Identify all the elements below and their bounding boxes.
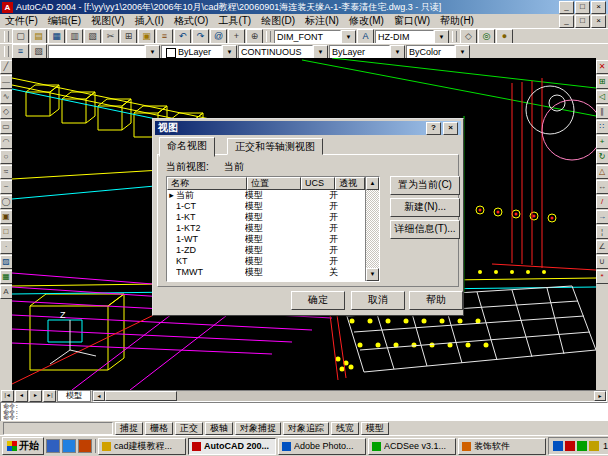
- scale-icon[interactable]: △: [596, 165, 608, 179]
- revision-cloud-icon[interactable]: ≈: [0, 165, 13, 179]
- hyperlink-icon[interactable]: @: [210, 29, 227, 44]
- layer-combo-value[interactable]: [48, 45, 145, 59]
- mtext-icon[interactable]: A: [0, 285, 13, 299]
- toolbar-grip[interactable]: [4, 46, 9, 57]
- view-list-row[interactable]: 1-CT模型开: [167, 201, 365, 212]
- chevron-down-icon[interactable]: ▼: [313, 45, 328, 59]
- move-icon[interactable]: +: [596, 135, 608, 149]
- status-toggle[interactable]: 捕捉: [115, 422, 143, 435]
- hatch-icon[interactable]: ▨: [0, 255, 13, 269]
- layers-icon[interactable]: ≡: [12, 44, 29, 59]
- copy-icon[interactable]: ⊞: [120, 29, 137, 44]
- taskbar-task[interactable]: AutoCAD 200...: [188, 438, 276, 455]
- toolbar-grip[interactable]: [266, 31, 271, 42]
- close-button[interactable]: ×: [591, 1, 606, 14]
- layout-tab-nav-button[interactable]: ►: [29, 390, 42, 402]
- spline-icon[interactable]: ~: [0, 180, 13, 194]
- chevron-down-icon[interactable]: ▼: [434, 30, 449, 44]
- horizontal-scrollbar[interactable]: ◄ ►: [92, 390, 607, 402]
- restore-button[interactable]: □: [575, 1, 590, 14]
- lineweight-combo[interactable]: ByLayer ▼: [329, 45, 405, 59]
- view-list-row[interactable]: 1-ZD模型开: [167, 245, 365, 256]
- tab-named-views[interactable]: 命名视图: [159, 137, 215, 157]
- construction-line-icon[interactable]: —: [0, 75, 13, 89]
- status-toggle[interactable]: 对象追踪: [283, 422, 329, 435]
- linetype-combo[interactable]: CONTINUOUS ▼: [238, 45, 328, 59]
- status-toggle[interactable]: 模型: [361, 422, 389, 435]
- view-list-row[interactable]: 1-KT模型开: [167, 212, 365, 223]
- scroll-right-icon[interactable]: ►: [594, 391, 606, 401]
- point-icon[interactable]: ·: [0, 240, 13, 254]
- dialog-help-icon[interactable]: ?: [426, 122, 441, 135]
- plotstyle-combo-value[interactable]: ByColor: [406, 45, 455, 59]
- cancel-button[interactable]: 取消: [351, 291, 405, 310]
- layout-tab-nav-button[interactable]: ►|: [43, 390, 56, 402]
- taskbar-task[interactable]: ACDSee v3.1...: [368, 438, 456, 455]
- paste-icon[interactable]: ▣: [138, 29, 155, 44]
- scrollbar-thumb[interactable]: [105, 391, 177, 401]
- start-button[interactable]: 开始: [2, 437, 44, 455]
- make-block-icon[interactable]: □: [0, 225, 13, 239]
- circle-icon[interactable]: ○: [0, 150, 13, 164]
- chevron-down-icon[interactable]: ▼: [341, 30, 356, 44]
- volume-icon[interactable]: [553, 441, 563, 451]
- text-style-combo-value[interactable]: HZ-DIM: [375, 30, 434, 44]
- cut-icon[interactable]: ✂: [102, 29, 119, 44]
- scrollbar-track[interactable]: [366, 190, 379, 268]
- ime-icon[interactable]: [589, 441, 599, 451]
- status-toggle[interactable]: 线宽: [331, 422, 359, 435]
- mirror-icon[interactable]: ◁: [596, 90, 608, 104]
- graphics-driver-icon[interactable]: [565, 441, 575, 451]
- show-desktop-icon[interactable]: [46, 439, 60, 453]
- dialog-close-icon[interactable]: ×: [443, 122, 458, 135]
- redo-icon[interactable]: ↷: [192, 29, 209, 44]
- tab-orthographic-isometric-views[interactable]: 正交和等轴测视图: [227, 138, 323, 155]
- status-toggle[interactable]: 正交: [175, 422, 203, 435]
- plotstyle-combo[interactable]: ByColor ▼: [406, 45, 470, 59]
- text-style-icon[interactable]: A: [357, 29, 374, 44]
- taskbar-task[interactable]: Adobe Photo...: [278, 438, 366, 455]
- antivirus-icon[interactable]: [577, 441, 587, 451]
- polygon-icon[interactable]: ◇: [0, 105, 13, 119]
- linetype-combo-value[interactable]: CONTINUOUS: [238, 45, 313, 59]
- layer-combo[interactable]: ▼: [48, 45, 160, 59]
- break-icon[interactable]: ¦: [596, 225, 608, 239]
- chevron-down-icon[interactable]: ▼: [455, 45, 470, 59]
- menu-item[interactable]: 文件(F): [0, 14, 43, 28]
- view-list-row[interactable]: ▸当前模型开: [167, 190, 365, 201]
- open-icon[interactable]: ▤: [30, 29, 47, 44]
- plot-preview-icon[interactable]: ▧: [84, 29, 101, 44]
- ie-icon[interactable]: [62, 439, 76, 453]
- named-views-icon[interactable]: ◇: [460, 29, 477, 44]
- chamfer-icon[interactable]: ∠: [596, 240, 608, 254]
- mdi-restore-button[interactable]: □: [575, 15, 590, 28]
- status-toggle[interactable]: 极轴: [205, 422, 233, 435]
- toolbar-grip[interactable]: [4, 31, 9, 42]
- erase-icon[interactable]: ✕: [596, 60, 608, 74]
- layer-manager-icon[interactable]: ▧: [30, 44, 47, 59]
- scroll-up-icon[interactable]: ▲: [366, 177, 379, 190]
- menu-item[interactable]: 编辑(E): [43, 14, 86, 28]
- menu-item[interactable]: 标注(N): [300, 14, 344, 28]
- text-style-combo[interactable]: HZ-DIM ▼: [375, 30, 449, 44]
- rotate-icon[interactable]: ↻: [596, 150, 608, 164]
- layout-tab-nav-button[interactable]: |◄: [1, 390, 14, 402]
- new-file-icon[interactable]: ▢: [12, 29, 29, 44]
- rectangle-icon[interactable]: ▭: [0, 120, 13, 134]
- region-icon[interactable]: ▦: [0, 270, 13, 284]
- 3d-orbit-icon[interactable]: ◎: [478, 29, 495, 44]
- status-toggle[interactable]: 栅格: [145, 422, 173, 435]
- offset-icon[interactable]: ∥: [596, 105, 608, 119]
- view-list-row[interactable]: 1-WT模型开: [167, 234, 365, 245]
- column-name[interactable]: 名称: [167, 177, 247, 190]
- arc-icon[interactable]: ◠: [0, 135, 13, 149]
- menu-item[interactable]: 工具(T): [213, 14, 256, 28]
- color-combo-value-wrap[interactable]: ByLayer: [161, 45, 222, 59]
- views-listview[interactable]: 名称 位置 UCS 透视 ▸当前模型开1-CT模型开1-KT模型开1-KT2模型…: [166, 176, 380, 282]
- menu-item[interactable]: 修改(M): [344, 14, 389, 28]
- fillet-icon[interactable]: ∪: [596, 255, 608, 269]
- toolbar-grip[interactable]: [452, 31, 457, 42]
- match-properties-icon[interactable]: ≡: [156, 29, 173, 44]
- render-icon[interactable]: ●: [496, 29, 513, 44]
- line-icon[interactable]: ╱: [0, 60, 13, 74]
